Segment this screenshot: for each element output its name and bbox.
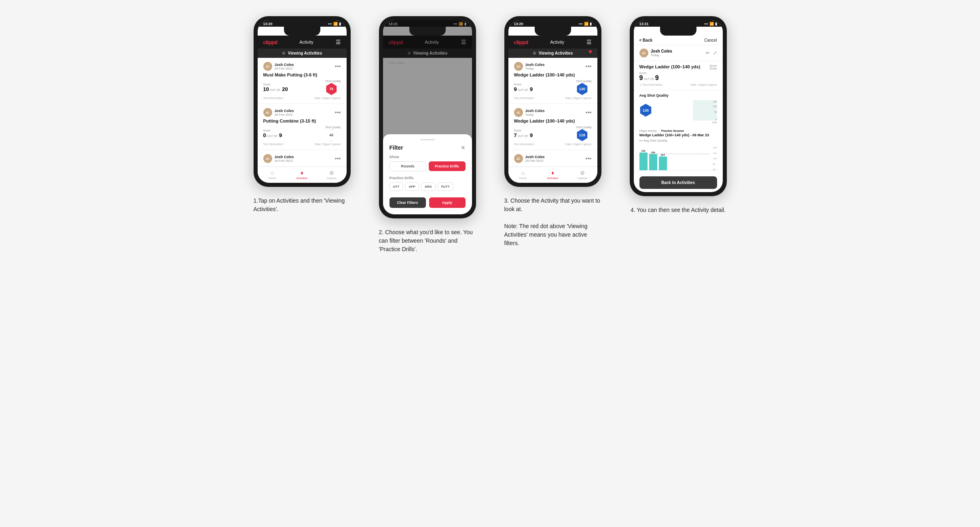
expand-icon-4[interactable]: ⤢ bbox=[713, 50, 717, 56]
nav-capture-1[interactable]: ⊕ Capture bbox=[317, 169, 346, 180]
activity-card-1-1[interactable]: JC Josh Coles 28 Feb 2023 ••• Must Make … bbox=[258, 58, 347, 104]
practice-drills-button[interactable]: Practice Drills bbox=[429, 161, 466, 171]
card-user-3-3: JC Josh Coles 28 Feb 2023 bbox=[514, 154, 545, 163]
wifi-icon-3: 📶 bbox=[584, 22, 588, 26]
clear-filters-button[interactable]: Clear Filters bbox=[389, 197, 426, 208]
score-value-1-2: 0 bbox=[263, 132, 266, 138]
quality-block-1-2: Shot Quality 45 bbox=[325, 126, 341, 141]
detail-header-4: < Back Cancel bbox=[634, 36, 723, 45]
detail-user-left-4: JC Josh Coles Today bbox=[639, 49, 672, 57]
detail-drill-name-4: Wedge Ladder (100–140 yds) bbox=[639, 64, 701, 69]
quality-hexagon-1-2: 45 bbox=[325, 129, 337, 141]
user-date-1-3: 28 Feb 2023 bbox=[275, 159, 294, 163]
practice-drills-label: Practice Drills bbox=[389, 176, 466, 180]
quality-hexagon-3-2: 118 bbox=[576, 129, 588, 141]
signal-icon: ▪▪▪ bbox=[328, 22, 332, 26]
score-block-1-1: Score 10 OUT OF 20 bbox=[263, 83, 288, 92]
phone-2: 13:21 ▪▪▪ 📶 ▮ clippd Activity ☰ ⚙ Viewin… bbox=[379, 16, 476, 218]
more-icon-3-3[interactable]: ••• bbox=[586, 156, 592, 161]
detail-shots-val-4: 9 bbox=[655, 74, 659, 82]
edit-icon-4[interactable]: ✏ bbox=[706, 50, 710, 56]
detail-user-row-4: JC Josh Coles Today ✏ ⤢ bbox=[634, 45, 723, 61]
status-time-3: 13:20 bbox=[514, 22, 523, 26]
activity-card-3-3[interactable]: JC Josh Coles 28 Feb 2023 ••• bbox=[508, 150, 597, 167]
detail-actions-4: ✏ ⤢ bbox=[706, 50, 717, 56]
avatar-3-2: JC bbox=[514, 108, 523, 117]
back-to-activities-button-4[interactable]: Back to Activities bbox=[639, 176, 717, 189]
activity-card-3-2[interactable]: JC Josh Coles Today ••• Wedge Ladder (10… bbox=[508, 104, 597, 150]
cancel-button-4[interactable]: Cancel bbox=[704, 38, 717, 42]
more-icon-3-1[interactable]: ••• bbox=[586, 63, 592, 69]
card-header-3-3: JC Josh Coles 28 Feb 2023 ••• bbox=[514, 154, 592, 163]
user-name-3-3: Josh Coles bbox=[525, 155, 545, 159]
card-footer-3-2: Test Information Data: Clippd Capture bbox=[514, 143, 592, 146]
drill-app[interactable]: APP bbox=[405, 182, 419, 191]
nav-capture-3[interactable]: ⊕ Capture bbox=[567, 169, 597, 180]
detail-drill-section-4: Wedge Ladder (100–140 yds) Score Shots S… bbox=[634, 61, 723, 90]
user-name-3-1: Josh Coles bbox=[525, 63, 545, 67]
shots-value-1-1: 20 bbox=[282, 86, 288, 92]
show-button-group: Rounds Practice Drills bbox=[389, 161, 466, 171]
activity-card-1-2[interactable]: JC Josh Coles 28 Feb 2023 ••• Putting Co… bbox=[258, 104, 347, 150]
drill-button-group: OTT APP ARG PUTT bbox=[389, 182, 466, 191]
phone-2-inner: 13:21 ▪▪▪ 📶 ▮ clippd Activity ☰ ⚙ Viewin… bbox=[383, 20, 472, 214]
score-block-3-1: Score 9 OUT OF 9 bbox=[514, 83, 533, 92]
phone-3: 13:20 ▪▪▪ 📶 ▮ clippd Activity ☰ ⚙ Viewin… bbox=[504, 16, 601, 187]
shots-value-3-2: 9 bbox=[530, 132, 533, 138]
card-header-1-3: JC Josh Coles 28 Feb 2023 ••• bbox=[263, 154, 341, 163]
hamburger-icon-1[interactable]: ☰ bbox=[336, 39, 341, 45]
stats-row-3-2: Score 7 OUT OF 9 Shot Quality 118 bbox=[514, 126, 592, 141]
filter-modal: Filter ✕ Show Rounds Practice Drills Pra… bbox=[383, 134, 472, 214]
signal-icon-4: ▪▪▪ bbox=[704, 22, 708, 26]
user-name-3-2: Josh Coles bbox=[525, 109, 545, 113]
user-info-1-3: Josh Coles 28 Feb 2023 bbox=[275, 155, 294, 163]
user-date-1-2: 28 Feb 2023 bbox=[275, 113, 294, 116]
caption-1: 1.Tap on Activities and then 'Viewing Ac… bbox=[254, 197, 351, 214]
filter-bar-1[interactable]: ⚙ Viewing Activities bbox=[258, 49, 347, 58]
avatar-1-1: JC bbox=[263, 62, 272, 71]
player-activity-label-4: Player Activity → Practice Session bbox=[634, 127, 723, 133]
bar-2-4: 129 bbox=[649, 151, 657, 170]
nav-home-1[interactable]: ⌂ Home bbox=[258, 169, 287, 180]
more-icon-1-2[interactable]: ••• bbox=[335, 110, 341, 115]
card-header-1-2: JC Josh Coles 28 Feb 2023 ••• bbox=[263, 108, 341, 117]
nav-activities-3[interactable]: ♦ Activities bbox=[538, 169, 567, 180]
filter-bar-title-3: Viewing Activities bbox=[539, 51, 573, 55]
apply-button[interactable]: Apply bbox=[429, 197, 466, 208]
shots-value-1-2: 9 bbox=[279, 132, 282, 138]
more-icon-3-2[interactable]: ••• bbox=[586, 110, 592, 115]
phone-column-2: 13:21 ▪▪▪ 📶 ▮ clippd Activity ☰ ⚙ Viewin… bbox=[373, 16, 482, 254]
wifi-icon-4: 📶 bbox=[709, 22, 714, 26]
stats-row-1-1: Score 10 OUT OF 20 Shot Quality 75 bbox=[263, 80, 341, 95]
card-user-3-2: JC Josh Coles Today bbox=[514, 108, 545, 117]
app-bar-1: clippd Activity ☰ bbox=[258, 36, 347, 49]
drill-ott[interactable]: OTT bbox=[389, 182, 403, 191]
rounds-button[interactable]: Rounds bbox=[389, 161, 426, 171]
back-button-4[interactable]: < Back bbox=[639, 38, 653, 42]
notch-4 bbox=[660, 27, 696, 36]
drill-arg[interactable]: ARG bbox=[421, 182, 436, 191]
card-header-1-1: JC Josh Coles 28 Feb 2023 ••• bbox=[263, 62, 341, 71]
nav-activities-1[interactable]: ♦ Activities bbox=[287, 169, 317, 180]
activity-name-3-1: Wedge Ladder (100–140 yds) bbox=[514, 72, 592, 77]
user-name-1-1: Josh Coles bbox=[275, 63, 294, 67]
filter-bar-3[interactable]: ⚙ Viewing Activities bbox=[508, 49, 597, 58]
red-dot-3 bbox=[589, 50, 592, 53]
activity-card-3-1[interactable]: JC Josh Coles Today ••• Wedge Ladder (10… bbox=[508, 58, 597, 104]
more-icon-1-3[interactable]: ••• bbox=[335, 156, 341, 161]
activity-name-1-1: Must Make Putting (3-6 ft) bbox=[263, 72, 341, 77]
session-subtitle-4: ••• Avg Shot Quality bbox=[634, 139, 723, 145]
more-icon-1-1[interactable]: ••• bbox=[335, 63, 341, 69]
modal-close-icon[interactable]: ✕ bbox=[461, 144, 466, 151]
nav-home-3[interactable]: ⌂ Home bbox=[508, 169, 538, 180]
drill-putt[interactable]: PUTT bbox=[438, 182, 453, 191]
detail-info-4: ⊙ Test Information Data: Clippd Capture bbox=[639, 83, 717, 87]
card-footer-1-1: Test Information Data: Clippd Capture bbox=[263, 97, 341, 99]
app-logo-1: clippd bbox=[263, 39, 277, 45]
status-icons-3: ▪▪▪ 📶 ▮ bbox=[579, 22, 592, 26]
hamburger-icon-3[interactable]: ☰ bbox=[586, 39, 592, 45]
phone-column-4: 13:21 ▪▪▪ 📶 ▮ < Back Cancel JC bbox=[624, 16, 733, 214]
session-title-4: Wedge Ladder (100–140 yds) - 06 Mar 23 bbox=[634, 133, 723, 139]
user-info-3-2: Josh Coles Today bbox=[525, 109, 545, 116]
activity-card-1-3[interactable]: JC Josh Coles 28 Feb 2023 ••• bbox=[258, 150, 347, 167]
